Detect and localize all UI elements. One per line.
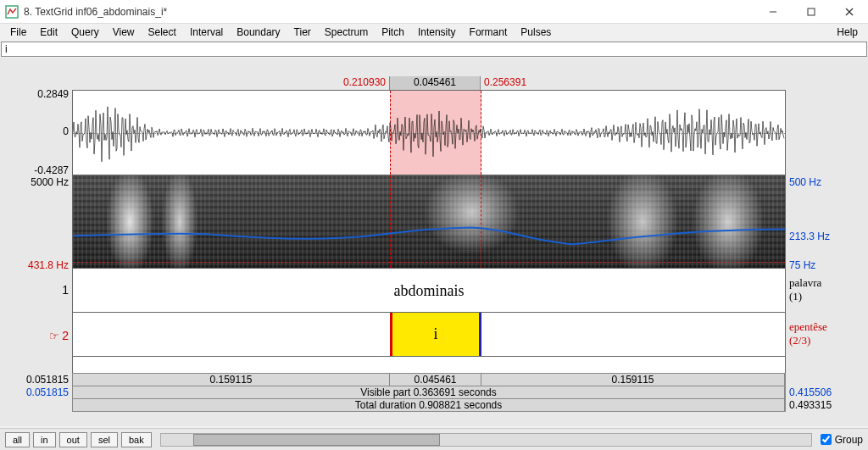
wave-ymax: 0.2849 bbox=[1, 88, 69, 100]
group-toggle[interactable]: Group bbox=[821, 434, 863, 446]
pitch-floor-hz: 75 Hz bbox=[789, 259, 815, 271]
pre-selection-duration[interactable]: 0.159115 bbox=[73, 374, 390, 386]
zoom-sel-button[interactable]: sel bbox=[91, 432, 118, 447]
workspace: 0.210930 0.045461 0.256391 0.2849 0 -0.4… bbox=[0, 58, 868, 426]
selection-time-readout: 0.210930 0.045461 0.256391 bbox=[72, 76, 786, 90]
waveform-panel[interactable] bbox=[73, 91, 785, 175]
selection-end-time: 0.256391 bbox=[481, 76, 786, 90]
editor-panels: abdominais i bbox=[72, 90, 786, 374]
tier2-panel[interactable]: i bbox=[73, 313, 785, 357]
spectrogram-panel[interactable] bbox=[73, 175, 785, 269]
pitch-cursor-hz: 431.8 Hz bbox=[1, 259, 69, 271]
tier2-interval-text: i bbox=[433, 325, 437, 343]
selection-bar[interactable]: 0.159115 0.045461 0.159115 bbox=[72, 373, 786, 386]
tier2-count: (2/3) bbox=[789, 334, 810, 347]
selection-duration[interactable]: 0.045461 bbox=[389, 76, 481, 90]
menu-select[interactable]: Select bbox=[142, 25, 183, 40]
selection-start-time: 0.210930 bbox=[72, 76, 389, 90]
wave-zero: 0 bbox=[1, 125, 69, 137]
menu-formant[interactable]: Formant bbox=[463, 25, 515, 40]
menu-file[interactable]: File bbox=[3, 25, 33, 40]
maximize-button[interactable] bbox=[792, 0, 830, 23]
menu-tier[interactable]: Tier bbox=[287, 25, 318, 40]
pointing-hand-icon: ☞ bbox=[49, 330, 59, 342]
pitch-contour bbox=[73, 175, 785, 268]
menu-edit[interactable]: Edit bbox=[33, 25, 64, 40]
menu-bar: File Edit Query View Select Interval Bou… bbox=[0, 24, 868, 41]
app-icon bbox=[5, 5, 19, 19]
menu-interval[interactable]: Interval bbox=[183, 25, 230, 40]
tier2-name: epentêse bbox=[789, 320, 827, 334]
visible-part-text[interactable]: Visible part 0.363691 seconds bbox=[73, 386, 785, 398]
scrollbar-thumb[interactable] bbox=[193, 434, 440, 446]
pitch-ceiling-hz: 500 Hz bbox=[789, 176, 821, 188]
selbar-left-time: 0.051815 bbox=[1, 374, 69, 386]
title-bar: 8. TextGrid inf06_abdominais_i* bbox=[0, 0, 868, 24]
bottom-right-times: 0.415506 0.493315 bbox=[786, 374, 868, 426]
visible-right-time: 0.415506 bbox=[789, 386, 832, 398]
post-selection-duration[interactable]: 0.159115 bbox=[481, 374, 785, 386]
svg-rect-2 bbox=[808, 8, 815, 15]
menu-boundary[interactable]: Boundary bbox=[230, 25, 287, 40]
menu-pitch[interactable]: Pitch bbox=[375, 25, 411, 40]
close-button[interactable] bbox=[830, 0, 868, 23]
waveform-signal bbox=[73, 91, 785, 175]
menu-help[interactable]: Help bbox=[830, 25, 865, 40]
entry-bar bbox=[1, 42, 867, 57]
right-axis: 500 Hz 213.3 Hz 75 Hz palavra (1) epentê… bbox=[786, 90, 868, 374]
visible-bar[interactable]: Visible part 0.363691 seconds bbox=[72, 386, 786, 399]
menu-query[interactable]: Query bbox=[64, 25, 106, 40]
selection-bar-duration[interactable]: 0.045461 bbox=[390, 374, 481, 386]
zoom-out-button[interactable]: out bbox=[59, 432, 87, 447]
menu-intensity[interactable]: Intensity bbox=[411, 25, 463, 40]
group-checkbox[interactable] bbox=[821, 434, 832, 445]
total-right-time: 0.493315 bbox=[789, 399, 832, 411]
tier1-count: (1) bbox=[789, 290, 802, 303]
tier2-selected-interval[interactable]: i bbox=[390, 313, 481, 356]
zoom-in-button[interactable]: in bbox=[33, 432, 56, 447]
menu-view[interactable]: View bbox=[106, 25, 142, 40]
minimize-button[interactable] bbox=[754, 0, 792, 23]
left-axis: 0.2849 0 -0.4287 5000 Hz 431.8 Hz 1 ☞2 bbox=[0, 90, 72, 374]
visible-left-time: 0.051815 bbox=[1, 386, 69, 398]
tier1-interval-text: abdominais bbox=[394, 281, 465, 299]
horizontal-scrollbar[interactable] bbox=[160, 433, 812, 447]
wave-ymin: -0.4287 bbox=[1, 164, 69, 176]
spec-fmax: 5000 Hz bbox=[1, 176, 69, 188]
total-bar[interactable]: Total duration 0.908821 seconds bbox=[72, 398, 786, 412]
total-duration-text[interactable]: Total duration 0.908821 seconds bbox=[73, 399, 785, 411]
bottom-toolbar: all in out sel bak Group bbox=[0, 428, 868, 450]
bottom-left-times: 0.051815 0.051815 bbox=[0, 374, 72, 426]
zoom-bak-button[interactable]: bak bbox=[121, 432, 152, 447]
tier1-name: palavra bbox=[789, 276, 821, 290]
pitch-mean-hz: 213.3 Hz bbox=[789, 231, 830, 242]
zoom-all-button[interactable]: all bbox=[5, 432, 30, 447]
tier2-number: ☞2 bbox=[1, 329, 69, 342]
menu-pulses[interactable]: Pulses bbox=[514, 25, 558, 40]
tier1-number: 1 bbox=[1, 283, 69, 297]
label-entry-input[interactable] bbox=[5, 43, 863, 55]
window-title: 8. TextGrid inf06_abdominais_i* bbox=[24, 6, 754, 18]
menu-spectrum[interactable]: Spectrum bbox=[318, 25, 375, 40]
tier1-panel[interactable]: abdominais bbox=[73, 269, 785, 313]
group-label: Group bbox=[835, 434, 863, 446]
time-bars: 0.159115 0.045461 0.159115 Visible part … bbox=[72, 374, 786, 426]
